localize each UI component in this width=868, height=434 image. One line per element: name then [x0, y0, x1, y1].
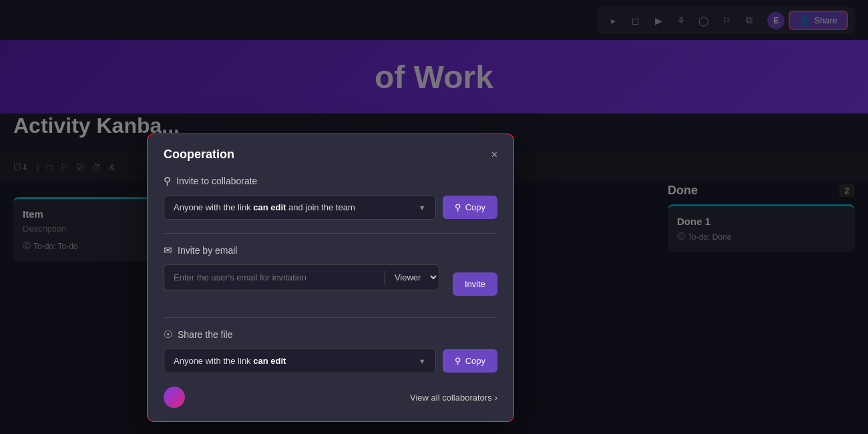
share-file-section: ☉ Share the file: [164, 329, 497, 341]
invite-collaborate-icon: ⚲: [164, 175, 171, 187]
link-text: Anyone with the link can edit and join t…: [174, 202, 355, 212]
copy-button-2[interactable]: ⚲ Copy: [443, 349, 497, 373]
invite-link-dropdown[interactable]: Anyone with the link can edit and join t…: [164, 195, 436, 220]
copy-button-1[interactable]: ⚲ Copy: [443, 196, 497, 219]
modal-header: Cooperation ×: [164, 148, 497, 162]
share-dropdown-chevron-icon: ▼: [419, 357, 426, 365]
email-icon: ✉: [164, 244, 172, 256]
collaborator-avatar: [164, 387, 185, 408]
view-all-chevron-icon: ›: [495, 393, 497, 403]
email-invite-row: Viewer Editor Admin Invite: [164, 264, 497, 304]
email-input[interactable]: [164, 266, 385, 289]
modal-footer: View all collaborators ›: [164, 387, 497, 408]
invite-collaborate-section: ⚲ Invite to collaborate: [164, 175, 497, 187]
invite-email-section: ✉ Invite by email: [164, 244, 497, 256]
modal-title: Cooperation: [164, 148, 234, 162]
email-input-container: Viewer Editor Admin: [164, 264, 439, 290]
divider-1: [164, 233, 497, 234]
share-link-text: Anyone with the link can edit: [174, 356, 286, 366]
invite-link-row: Anyone with the link can edit and join t…: [164, 195, 497, 220]
viewer-select[interactable]: Viewer Editor Admin: [385, 265, 439, 290]
share-link-dropdown[interactable]: Anyone with the link can edit ▼: [164, 349, 436, 373]
divider-2: [164, 317, 497, 318]
copy-icon-1: ⚲: [455, 202, 461, 212]
share-link-row: Anyone with the link can edit ▼ ⚲ Copy: [164, 349, 497, 373]
share-file-icon: ☉: [164, 329, 172, 341]
dropdown-chevron-icon: ▼: [419, 204, 426, 212]
view-all-collaborators-link[interactable]: View all collaborators ›: [410, 393, 497, 403]
cooperation-modal: Cooperation × ⚲ Invite to collaborate An…: [147, 134, 514, 422]
copy-icon-2: ⚲: [455, 356, 461, 366]
invite-button[interactable]: Invite: [453, 272, 497, 296]
modal-close-button[interactable]: ×: [491, 150, 497, 160]
